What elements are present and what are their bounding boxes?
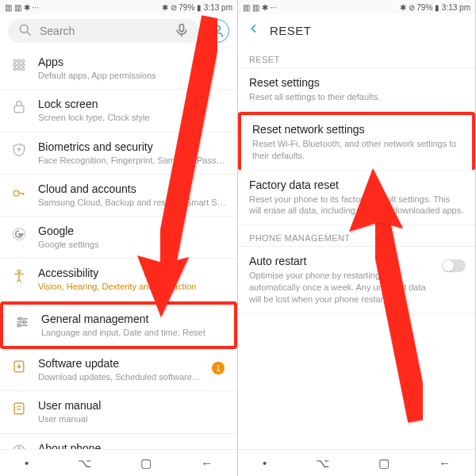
back-button[interactable] xyxy=(248,22,260,39)
nav-dot[interactable]: • xyxy=(25,456,29,470)
svg-point-4 xyxy=(215,25,221,31)
settings-item-google[interactable]: Google Google settings xyxy=(0,217,237,259)
item-title: Biometrics and security xyxy=(38,140,226,153)
nav-home[interactable]: ▢ xyxy=(378,456,390,470)
settings-item-general-management[interactable]: General management Language and input, D… xyxy=(0,301,237,349)
item-subtitle: Samsung Cloud, Backup and restore, Smart… xyxy=(38,197,226,208)
svg-point-0 xyxy=(20,25,28,33)
item-title: Accessibility xyxy=(38,267,226,279)
svg-point-7 xyxy=(21,60,24,62)
page-header: RESET xyxy=(238,14,475,47)
item-title: Apps xyxy=(38,56,226,68)
download-icon xyxy=(11,359,27,374)
svg-point-19 xyxy=(17,271,20,273)
settings-main-screen: ▥ ▥ ✱ ··· ✱ ⊘ 79% ▮ 3:13 pm Search xyxy=(0,0,238,476)
nav-back[interactable]: ← xyxy=(201,456,213,470)
svg-point-5 xyxy=(13,60,16,62)
nav-home[interactable]: ▢ xyxy=(140,456,152,470)
auto-restart-toggle[interactable] xyxy=(442,259,466,272)
item-title: Auto restart xyxy=(249,255,464,267)
item-title: General management xyxy=(41,313,223,325)
item-title: Lock screen xyxy=(38,98,226,110)
svg-point-13 xyxy=(21,67,24,70)
svg-point-6 xyxy=(17,60,20,62)
item-subtitle: Vision, Hearing, Dexterity and interacti… xyxy=(38,281,226,292)
svg-point-25 xyxy=(17,324,20,326)
nav-recents[interactable]: ⌥ xyxy=(78,456,91,470)
settings-item-software-update[interactable]: Software update Download updates, Schedu… xyxy=(0,349,237,391)
manual-icon xyxy=(11,401,27,416)
cloud-key-icon xyxy=(11,184,27,200)
android-nav-bar: • ⌥ ▢ ← xyxy=(238,449,475,476)
item-title: Factory data reset xyxy=(249,178,464,191)
account-button[interactable] xyxy=(205,19,229,43)
accessibility-icon xyxy=(11,268,27,284)
status-right: ✱ ⊘ 79% ▮ 3:13 pm xyxy=(400,3,470,12)
settings-item-biometrics[interactable]: Biometrics and security Face Recognition… xyxy=(0,132,237,175)
item-subtitle: Reset your phone to its factory default … xyxy=(249,194,464,217)
settings-item-user-manual[interactable]: User manual User manual xyxy=(0,391,237,433)
item-title: Software update xyxy=(38,357,226,370)
nav-back[interactable]: ← xyxy=(439,456,451,470)
android-nav-bar: • ⌥ ▢ ← xyxy=(0,449,237,476)
lock-icon xyxy=(11,99,27,115)
item-title: User manual xyxy=(38,399,226,412)
shield-icon xyxy=(11,142,27,158)
mic-icon[interactable] xyxy=(174,22,190,40)
google-icon xyxy=(11,226,27,242)
nav-dot[interactable]: • xyxy=(263,456,267,470)
auto-restart-item[interactable]: Auto restart Optimise your phone by rest… xyxy=(238,247,475,314)
item-subtitle: Screen lock type, Clock style xyxy=(38,112,226,123)
svg-rect-2 xyxy=(180,24,184,31)
status-right: ✱ ⊘ 79% ▮ 3:13 pm xyxy=(162,3,232,12)
settings-item-accessibility[interactable]: Accessibility Vision, Hearing, Dexterity… xyxy=(0,259,237,301)
item-subtitle: Reset Wi-Fi, Bluetooth, and other networ… xyxy=(252,138,461,162)
item-subtitle: Google settings xyxy=(38,239,226,250)
svg-rect-27 xyxy=(14,404,24,414)
item-title: Reset network settings xyxy=(252,123,461,136)
search-placeholder: Search xyxy=(40,25,75,37)
svg-point-9 xyxy=(17,63,20,66)
settings-item-lock-screen[interactable]: Lock screen Screen lock type, Clock styl… xyxy=(0,90,237,132)
section-phone-management: PHONE MANAGEMENT xyxy=(238,225,475,247)
page-title: RESET xyxy=(270,24,312,37)
svg-point-8 xyxy=(13,63,16,66)
item-subtitle: User manual xyxy=(38,413,226,424)
svg-point-23 xyxy=(23,321,25,323)
settings-item-cloud[interactable]: Cloud and accounts Samsung Cloud, Backup… xyxy=(0,175,237,217)
status-left: ▥ ▥ ✱ ··· xyxy=(243,3,277,12)
status-bar: ▥ ▥ ✱ ··· ✱ ⊘ 79% ▮ 3:13 pm xyxy=(238,0,475,14)
search-input[interactable]: Search xyxy=(8,19,199,43)
reset-screen: ▥ ▥ ✱ ··· ✱ ⊘ 79% ▮ 3:13 pm RESET RESET … xyxy=(238,0,476,476)
settings-item-apps[interactable]: Apps Default apps, App permissions xyxy=(0,48,237,90)
svg-point-17 xyxy=(13,190,19,196)
svg-point-10 xyxy=(21,63,24,66)
apps-icon xyxy=(11,57,27,73)
update-badge: 1 xyxy=(212,362,225,374)
item-subtitle: Reset all settings to their defaults. xyxy=(249,91,464,103)
item-subtitle: Optimise your phone by restarting it aut… xyxy=(249,270,464,305)
nav-recents[interactable]: ⌥ xyxy=(316,456,329,470)
svg-rect-14 xyxy=(14,106,24,113)
item-title: Cloud and accounts xyxy=(38,182,226,195)
item-title: Google xyxy=(38,225,226,237)
status-bar: ▥ ▥ ✱ ··· ✱ ⊘ 79% ▮ 3:13 pm xyxy=(0,0,237,14)
svg-point-21 xyxy=(19,317,21,320)
svg-point-12 xyxy=(17,67,20,70)
search-icon xyxy=(17,22,33,40)
svg-point-11 xyxy=(13,67,16,70)
item-subtitle: Download updates, Scheduled software… xyxy=(38,371,226,382)
section-reset: RESET xyxy=(238,47,475,68)
settings-list: Apps Default apps, App permissions Lock … xyxy=(0,48,237,460)
item-subtitle: Language and input, Date and time, Reset xyxy=(41,327,223,338)
status-left: ▥ ▥ ✱ ··· xyxy=(5,3,39,12)
search-row: Search xyxy=(0,14,237,48)
factory-data-reset-item[interactable]: Factory data reset Reset your phone to i… xyxy=(238,171,475,226)
sliders-icon xyxy=(14,314,30,330)
item-subtitle: Face Recognition, Fingerprint, Samsung P… xyxy=(38,155,226,166)
item-subtitle: Default apps, App permissions xyxy=(38,70,226,81)
item-title: Reset settings xyxy=(249,76,464,89)
svg-line-1 xyxy=(28,32,31,35)
reset-network-settings-item[interactable]: Reset network settings Reset Wi-Fi, Blue… xyxy=(238,112,475,171)
reset-settings-item[interactable]: Reset settings Reset all settings to the… xyxy=(238,68,475,112)
